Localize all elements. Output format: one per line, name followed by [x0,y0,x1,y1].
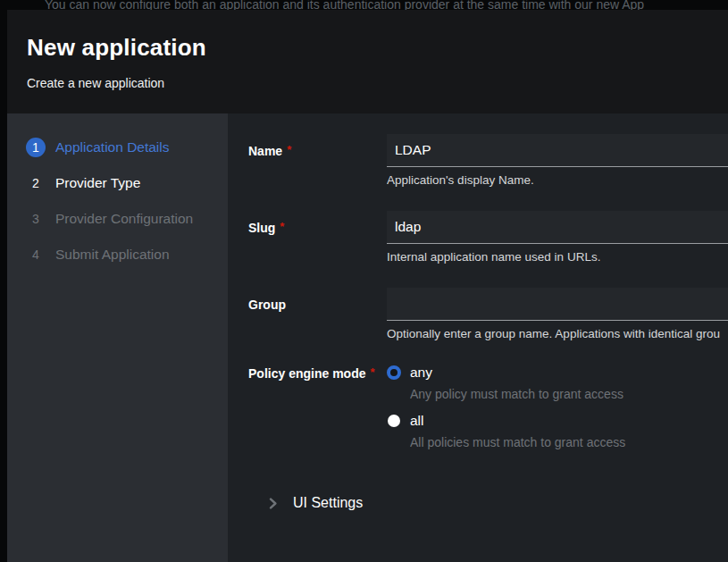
step-number-badge: 2 [26,173,46,193]
name-field-helper: Application's display Name. [387,173,728,187]
policy-engine-mode-options: any Any policy must match to grant acces… [387,365,728,461]
policy-any-helper: Any policy must match to grant access [410,387,728,401]
group-input[interactable] [387,288,728,321]
banner-text: You can now configure both an applicatio… [45,0,728,10]
radio-label-any[interactable]: any [410,365,432,381]
application-details-form: Name* Application's display Name. Slug* … [228,113,728,562]
form-row-slug: Slug* Internal application name used in … [248,211,728,264]
required-asterisk: * [280,220,284,233]
ui-settings-group-label: UI Settings [293,495,363,511]
required-asterisk: * [287,143,291,156]
name-field-column: Application's display Name. [387,134,728,187]
step-number-badge: 3 [26,209,46,229]
name-input[interactable] [387,134,728,167]
policy-option-all: all All policies must match to grant acc… [387,413,728,449]
name-field-label: Name* [248,134,387,187]
slug-field-helper: Internal application name used in URLs. [387,250,728,264]
group-field-helper: Optionally enter a group name. Applicati… [387,327,728,340]
group-field-column: Optionally enter a group name. Applicati… [387,288,728,340]
field-label-text: Group [248,298,286,312]
wizard-step-application-details[interactable]: 1 Application Details [7,130,228,165]
radio-button-any[interactable] [387,365,401,380]
step-label: Submit Application [55,247,170,263]
policy-all-helper: All policies must match to grant access [410,435,728,449]
wizard-step-submit-application: 4 Submit Application [7,237,228,273]
background-banner: You can now configure both an applicatio… [0,0,728,10]
chevron-right-icon[interactable] [266,497,279,509]
modal-header: New application Create a new application [7,10,728,113]
field-label-text: Slug [248,221,275,235]
slug-field-label: Slug* [248,211,387,264]
step-number-badge: 4 [26,245,46,264]
wizard-step-provider-type[interactable]: 2 Provider Type [7,165,228,201]
policy-engine-mode-label: Policy engine mode* [248,365,387,461]
modal-body: 1 Application Details 2 Provider Type 3 … [7,113,728,562]
required-asterisk: * [370,365,374,379]
wizard-step-provider-configuration: 3 Provider Configuration [7,201,228,237]
modal-subtitle: Create a new application [27,76,728,90]
group-field-label: Group [248,288,387,340]
ui-settings-group-toggle[interactable]: UI Settings [248,495,728,511]
modal-title: New application [27,34,728,62]
form-row-policy-engine-mode: Policy engine mode* any Any policy must … [248,365,728,461]
step-number-badge: 1 [26,138,46,157]
step-label: Provider Configuration [55,211,193,227]
form-row-name: Name* Application's display Name. [248,134,728,187]
step-label: Application Details [55,139,170,155]
policy-option-any: any Any policy must match to grant acces… [387,365,728,401]
field-label-text: Policy engine mode [248,366,365,381]
new-application-modal: New application Create a new application… [7,10,728,562]
field-label-text: Name [248,144,282,158]
wizard-step-nav: 1 Application Details 2 Provider Type 3 … [7,113,228,562]
slug-field-column: Internal application name used in URLs. [387,211,728,264]
slug-input[interactable] [387,211,728,244]
radio-label-all[interactable]: all [410,413,424,429]
step-label: Provider Type [55,175,140,191]
form-row-group: Group Optionally enter a group name. App… [248,288,728,340]
radio-button-all[interactable] [388,415,400,427]
